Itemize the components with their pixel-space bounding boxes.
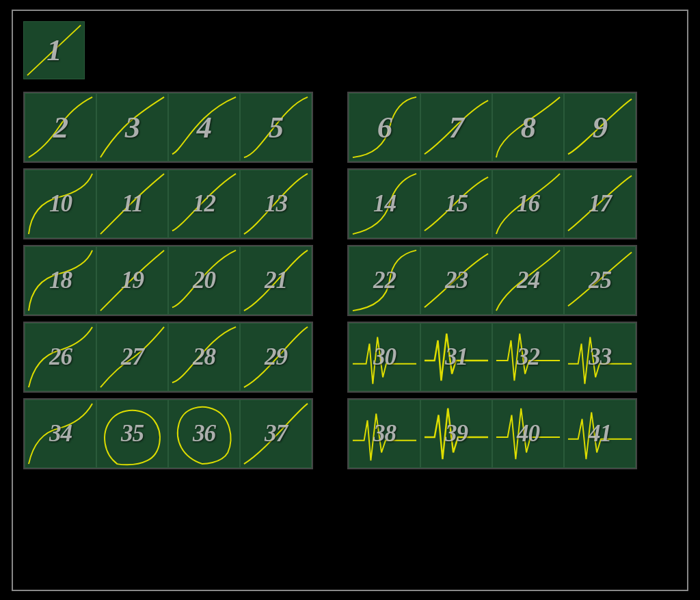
cell-23[interactable]: 23 [420, 246, 492, 315]
cell-19[interactable]: 19 [96, 246, 168, 315]
cell-14[interactable]: 14 [349, 170, 420, 238]
cell-11[interactable]: 11 [96, 170, 168, 238]
row-0: 1 [23, 21, 677, 83]
cell-28[interactable]: 28 [168, 323, 240, 391]
cell-29[interactable]: 29 [240, 323, 312, 391]
cell-10[interactable]: 10 [25, 170, 96, 238]
cell-3[interactable]: 3 [96, 93, 168, 161]
grid: 1 2 3 4 5 [23, 21, 677, 579]
cell-34[interactable]: 34 [25, 400, 96, 468]
row-4: 26 27 28 29 30 [23, 322, 677, 393]
cell-38[interactable]: 38 [349, 400, 420, 468]
cell-21[interactable]: 21 [240, 246, 312, 315]
cell-39[interactable]: 39 [420, 400, 492, 468]
cell-7[interactable]: 7 [420, 93, 492, 161]
cell-33[interactable]: 33 [564, 323, 636, 391]
row-2: 10 11 12 13 14 [23, 168, 677, 239]
group-38-41: 38 39 40 41 [347, 398, 637, 469]
group-14-17: 14 15 16 17 [347, 168, 637, 239]
group-34-37: 34 35 36 37 [23, 398, 313, 469]
cell-1[interactable]: 1 [23, 21, 85, 79]
cell-6[interactable]: 6 [349, 93, 420, 161]
group-10-13: 10 11 12 13 [23, 168, 313, 239]
cell-20[interactable]: 20 [168, 246, 240, 315]
main-container: 1 2 3 4 5 [12, 10, 688, 591]
cell-27[interactable]: 27 [96, 323, 168, 391]
cell-8[interactable]: 8 [492, 93, 564, 161]
cell-16[interactable]: 16 [492, 170, 564, 238]
cell-5[interactable]: 5 [240, 93, 312, 161]
cell-30[interactable]: 30 [349, 323, 420, 391]
cell-32[interactable]: 32 [492, 323, 564, 391]
row-3: 18 19 20 21 22 [23, 245, 677, 316]
cell-26[interactable]: 26 [25, 323, 96, 391]
cell-25[interactable]: 25 [564, 246, 636, 315]
group-2-5: 2 3 4 5 [23, 92, 313, 163]
cell-9[interactable]: 9 [564, 93, 636, 161]
group-30-33: 30 31 32 33 [347, 322, 637, 393]
cell-35[interactable]: 35 [96, 400, 168, 468]
row-1: 2 3 4 5 6 [23, 92, 677, 163]
cell-31[interactable]: 31 [420, 323, 492, 391]
row-5: 34 35 36 37 38 [23, 398, 677, 469]
cell-13[interactable]: 13 [240, 170, 312, 238]
cell-2[interactable]: 2 [25, 93, 96, 161]
group-26-29: 26 27 28 29 [23, 322, 313, 393]
cell-24[interactable]: 24 [492, 246, 564, 315]
group-18-21: 18 19 20 21 [23, 245, 313, 316]
cell-22[interactable]: 22 [349, 246, 420, 315]
cell-18[interactable]: 18 [25, 246, 96, 315]
cell-36[interactable]: 36 [168, 400, 240, 468]
group-22-25: 22 23 24 25 [347, 245, 637, 316]
cell-12[interactable]: 12 [168, 170, 240, 238]
cell-15[interactable]: 15 [420, 170, 492, 238]
cell-37[interactable]: 37 [240, 400, 312, 468]
group-6-9: 6 7 8 9 [347, 92, 637, 163]
cell-40[interactable]: 40 [492, 400, 564, 468]
cell-17[interactable]: 17 [564, 170, 636, 238]
cell-4[interactable]: 4 [168, 93, 240, 161]
cell-41[interactable]: 41 [564, 400, 636, 468]
